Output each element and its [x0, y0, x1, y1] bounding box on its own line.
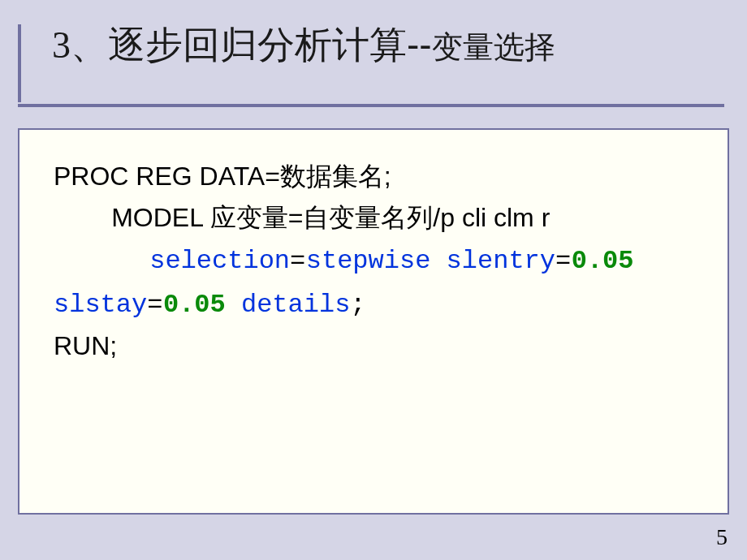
page-number: 5: [716, 524, 728, 550]
content-box: PROC REG DATA=数据集名; MODEL 应变量=自变量名列/p cl…: [18, 128, 729, 515]
code-l3-eq: =: [290, 246, 306, 276]
code-l4-slstay: slstay: [54, 290, 147, 320]
title-rule-vertical: [18, 24, 21, 102]
code-l4-semi: ;: [350, 290, 366, 320]
code-l3-slentry: slentry: [447, 246, 555, 276]
code-l2-depvar: 应变量: [210, 203, 288, 232]
code-l5-run: RUN;: [54, 331, 117, 360]
code-l4-details: details: [226, 290, 351, 320]
title-block: 3、逐步回归分析计算--变量选择: [0, 0, 747, 67]
title-prefix: 3、逐步回归分析计算: [52, 24, 407, 66]
code-l3-indent: [54, 246, 149, 276]
code-l2-indent: [54, 203, 111, 232]
slide-title: 3、逐步回归分析计算--变量选择: [32, 23, 747, 67]
code-l4-eq: =: [147, 290, 163, 320]
code-l2-model: MODEL: [111, 203, 210, 232]
title-suffix: 变量选择: [432, 30, 555, 64]
code-l2-eq: =: [288, 203, 304, 232]
code-l3-val: 0.05: [572, 246, 634, 276]
code-l4-val: 0.05: [163, 290, 226, 320]
code-l3-stepwise: stepwise: [306, 246, 447, 276]
code-l1-semi: ;: [384, 162, 391, 191]
code-l2-opts: /p cli clm r: [433, 203, 550, 232]
title-dash: --: [407, 24, 432, 66]
code-l1-dataset: 数据集名: [280, 162, 384, 191]
slide: 3、逐步回归分析计算--变量选择 PROC REG DATA=数据集名; MOD…: [0, 0, 747, 560]
code-l2-ivars: 自变量名列: [303, 203, 433, 232]
title-rule-horizontal: [18, 104, 724, 107]
code-l3-selection: selection: [149, 246, 290, 276]
code-l3-eq2: =: [555, 246, 572, 276]
code-block: PROC REG DATA=数据集名; MODEL 应变量=自变量名列/p cl…: [19, 130, 728, 383]
code-l1-proc: PROC REG DATA=: [54, 162, 280, 191]
